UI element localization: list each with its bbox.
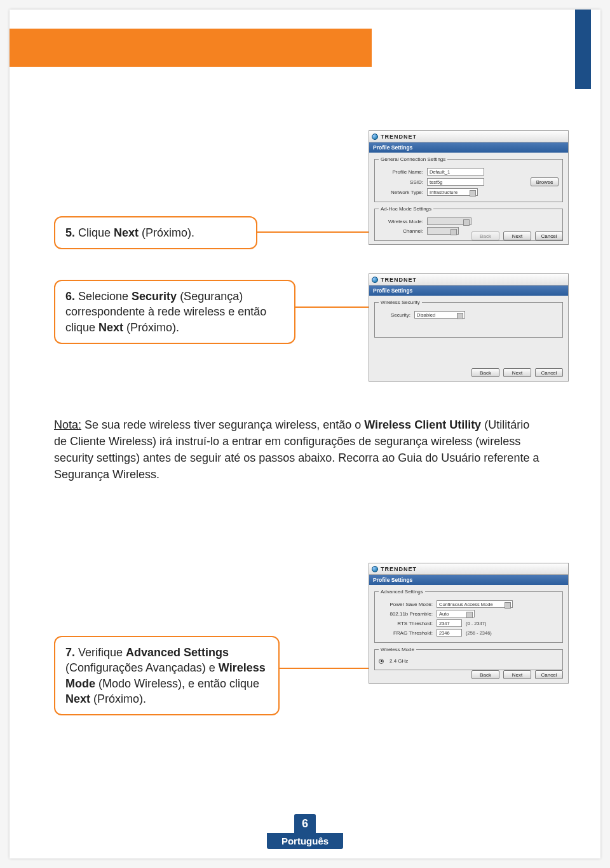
- preamble-select[interactable]: Auto: [437, 610, 475, 617]
- security-label: Security:: [379, 312, 410, 318]
- panel-body: General Connection Settings Profile Name…: [369, 153, 568, 244]
- back-button[interactable]: Back: [471, 231, 499, 240]
- group-general-legend: General Connection Settings: [379, 156, 447, 162]
- window-titlebar: TRENDNET: [369, 274, 568, 286]
- page: TRENDNET Profile Settings General Connec…: [10, 10, 600, 858]
- group-advanced-settings: Advanced Settings Power Save Mode: Conti…: [374, 589, 563, 643]
- cancel-button[interactable]: Cancel: [535, 231, 563, 240]
- brand-text: TRENDNET: [381, 134, 417, 140]
- group-mode-legend: Wireless Mode: [379, 647, 416, 652]
- next-button[interactable]: Next: [503, 231, 531, 240]
- psm-label: Power Save Mode:: [379, 602, 433, 607]
- connector-step7: [280, 668, 369, 669]
- group-wireless-mode: Wireless Mode 2.4 GHz: [374, 647, 563, 670]
- group-wireless-security: Wireless Security Security: Disabled: [374, 300, 563, 338]
- note-paragraph: Nota: Se sua rede wireless tiver seguran…: [54, 417, 543, 483]
- callout-step7: 7. Verifique Advanced Settings (Configur…: [54, 636, 280, 715]
- network-type-label: Network Type:: [379, 189, 423, 195]
- browse-button[interactable]: Browse: [531, 177, 559, 186]
- brand-logo-icon: [372, 566, 378, 572]
- screenshot-profile-security: TRENDNET Profile Settings Wireless Secur…: [369, 273, 569, 382]
- group-general-connection: General Connection Settings Profile Name…: [374, 156, 563, 202]
- callout-step6: 6. Selecione Security (Segurança) corres…: [54, 280, 295, 344]
- ssid-input[interactable]: test5g: [427, 178, 484, 186]
- next-button[interactable]: Next: [503, 368, 531, 377]
- brand-logo-icon: [372, 134, 378, 140]
- cancel-button[interactable]: Cancel: [535, 670, 563, 679]
- channel-label: Channel:: [379, 228, 423, 234]
- profile-name-input[interactable]: Default_1: [427, 168, 484, 176]
- mode-radio[interactable]: [379, 659, 384, 664]
- psm-select[interactable]: Continuous Access Mode: [437, 600, 513, 608]
- connector-step6-h: [295, 307, 369, 308]
- brand-text: TRENDNET: [381, 566, 417, 572]
- security-select[interactable]: Disabled: [414, 311, 465, 319]
- brand-logo-icon: [372, 277, 378, 283]
- channel-select[interactable]: [427, 227, 459, 235]
- group-adhoc-legend: Ad-Hoc Mode Settings: [379, 206, 433, 212]
- ssid-label: SSID:: [379, 179, 423, 185]
- rts-label: RTS Threshold:: [379, 621, 433, 626]
- screenshot-profile-general: TRENDNET Profile Settings General Connec…: [369, 130, 569, 245]
- panel-title: Profile Settings: [369, 575, 568, 585]
- page-language: Português: [267, 833, 343, 849]
- frag-label: FRAG Threshold:: [379, 630, 433, 636]
- window-titlebar: TRENDNET: [369, 131, 568, 142]
- panel-title: Profile Settings: [369, 286, 568, 296]
- cancel-button[interactable]: Cancel: [535, 368, 563, 377]
- callout-step5: 5. Clique Next (Próximo).: [54, 216, 257, 249]
- header-orange-bar: [10, 29, 372, 67]
- panel-body: Advanced Settings Power Save Mode: Conti…: [369, 585, 568, 683]
- screenshot-profile-advanced: TRENDNET Profile Settings Advanced Setti…: [369, 563, 569, 684]
- panel-body: Wireless Security Security: Disabled Bac…: [369, 296, 568, 381]
- frag-range: (256 - 2346): [466, 630, 492, 636]
- preamble-label: 802.11b Preamble:: [379, 611, 433, 617]
- back-button[interactable]: Back: [471, 368, 499, 377]
- back-button[interactable]: Back: [471, 670, 499, 679]
- note-label: Nota:: [54, 418, 81, 431]
- next-button[interactable]: Next: [503, 670, 531, 679]
- step6-num: 6.: [65, 290, 75, 303]
- group-advanced-legend: Advanced Settings: [379, 589, 425, 595]
- profile-name-label: Profile Name:: [379, 169, 423, 175]
- wireless-mode-select[interactable]: [427, 217, 471, 225]
- header-blue-bar: [575, 10, 591, 89]
- window-titlebar: TRENDNET: [369, 563, 568, 575]
- network-type-select[interactable]: Infrastructure: [427, 188, 478, 196]
- step7-num: 7.: [65, 646, 75, 659]
- page-number: 6: [294, 814, 316, 833]
- rts-input[interactable]: 2347: [437, 619, 462, 627]
- step5-num: 5.: [65, 226, 75, 239]
- rts-range: (0 - 2347): [466, 621, 487, 626]
- frag-input[interactable]: 2346: [437, 629, 462, 637]
- footer-badge: 6 Português: [267, 814, 343, 849]
- brand-text: TRENDNET: [381, 277, 417, 283]
- wireless-mode-label: Wireless Mode:: [379, 219, 423, 224]
- group-security-legend: Wireless Security: [379, 300, 422, 305]
- mode-value: 2.4 GHz: [390, 658, 408, 664]
- connector-step5: [257, 231, 369, 233]
- panel-title: Profile Settings: [369, 142, 568, 153]
